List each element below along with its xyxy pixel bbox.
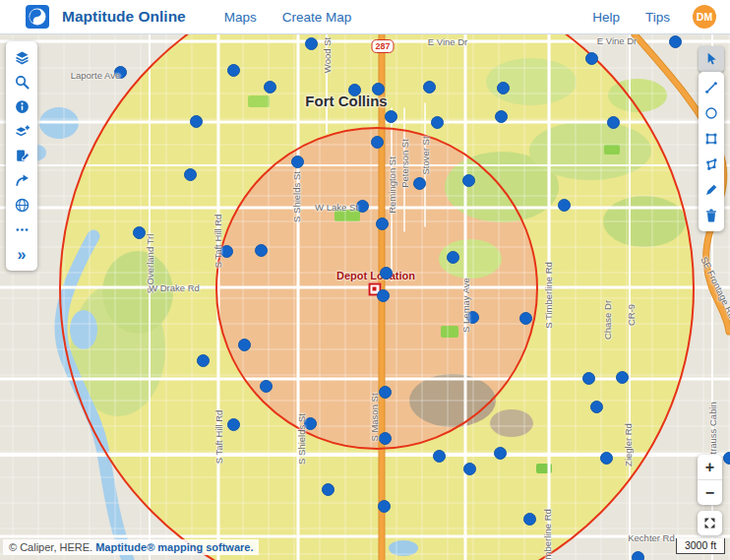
map-point[interactable] (380, 267, 393, 280)
right-toolbar (699, 72, 724, 231)
map-point[interactable] (433, 450, 446, 463)
map-point[interactable] (348, 84, 361, 96)
street-label: Ziegler Rd (623, 423, 634, 467)
map-point[interactable] (585, 52, 598, 65)
pointer-tool-button[interactable] (699, 46, 724, 72)
map-point[interactable] (385, 110, 397, 123)
pointer-icon (703, 51, 719, 67)
map-point[interactable] (377, 289, 390, 302)
map-point[interactable] (184, 168, 197, 181)
map-point[interactable] (463, 463, 476, 475)
map-point[interactable] (558, 199, 571, 212)
attribution-link[interactable]: Maptitude® mapping software. (95, 541, 253, 553)
maptitude-logo-icon (26, 5, 49, 29)
street-label: S Taft Hill Rd (213, 215, 223, 269)
map-point[interactable] (190, 115, 203, 128)
circle-tool-button[interactable] (699, 100, 724, 126)
map-point[interactable] (371, 136, 384, 149)
map-point[interactable] (582, 372, 595, 385)
web-button[interactable] (6, 193, 37, 218)
map-point[interactable] (260, 380, 273, 393)
map-point[interactable] (519, 312, 532, 325)
map-point[interactable] (669, 35, 682, 48)
map-point[interactable] (376, 218, 389, 230)
map-point[interactable] (632, 551, 644, 560)
map-point[interactable] (379, 386, 392, 399)
more-tools-button[interactable] (6, 218, 37, 242)
help-link[interactable]: Help (592, 10, 620, 25)
highway-shield-287: 287 (371, 39, 394, 53)
map-point[interactable] (590, 401, 603, 413)
zoom-out-button[interactable]: − (698, 480, 722, 505)
map-point[interactable] (607, 116, 620, 129)
draw-button[interactable] (699, 177, 724, 203)
map-point[interactable] (379, 432, 392, 445)
tips-link[interactable]: Tips (645, 10, 670, 25)
map-point[interactable] (495, 110, 508, 123)
double-chevron-icon: » (18, 247, 27, 263)
street-label: S Timberline Rd (543, 262, 554, 329)
polygon-select-button[interactable] (699, 152, 724, 177)
maptitude-logo[interactable] (26, 5, 49, 29)
street-label: S Lemay Ave (460, 278, 471, 333)
layers-icon (14, 49, 30, 66)
delete-button[interactable] (699, 203, 724, 228)
map-point[interactable] (413, 177, 426, 190)
attribution-text: © Caliper, HERE. (9, 541, 92, 553)
street-label: Remington St (387, 156, 397, 214)
map-point[interactable] (600, 452, 613, 465)
nav-create-map[interactable]: Create Map (282, 10, 352, 25)
share-button[interactable] (6, 168, 37, 193)
street-label: Peterson St (399, 139, 410, 188)
map-point[interactable] (238, 339, 251, 351)
map-point[interactable] (227, 64, 240, 77)
map-point[interactable] (322, 483, 335, 496)
street-label: S Shields St (291, 171, 302, 222)
fullscreen-button[interactable] (698, 511, 722, 535)
expand-toolbar-button[interactable]: » (6, 242, 37, 267)
street-label: S Timberline Rd (542, 509, 553, 560)
layers-button[interactable] (6, 45, 37, 70)
add-layer-button[interactable] (6, 119, 37, 144)
street-label: Stover St (420, 136, 431, 174)
map-point[interactable] (423, 81, 436, 93)
add-layer-icon (14, 123, 30, 140)
info-icon (14, 98, 30, 115)
street-label: SE Frontage Rd (699, 255, 730, 320)
map-point[interactable] (497, 82, 510, 94)
zoom-in-button[interactable]: + (698, 455, 722, 480)
map-point[interactable] (723, 452, 730, 465)
map-canvas[interactable]: 287 Fort Collins Depot Location Laporte … (0, 34, 730, 560)
map-point[interactable] (305, 37, 318, 50)
map-point[interactable] (291, 156, 304, 168)
map-point[interactable] (264, 81, 276, 93)
map-point[interactable] (523, 513, 536, 526)
map-point[interactable] (462, 174, 475, 187)
map-point[interactable] (378, 500, 391, 513)
map-point[interactable] (431, 116, 444, 129)
map-point[interactable] (447, 251, 459, 264)
map-attribution: © Caliper, HERE. Maptitude® mapping soft… (3, 539, 259, 555)
street-label: E Vine Dr (597, 35, 637, 46)
header: Maptitude Online Maps Create Map Help Ti… (0, 0, 730, 34)
draw-marker-icon (703, 182, 719, 198)
globe-icon (14, 197, 30, 214)
rectangle-select-button[interactable] (699, 126, 724, 152)
street-label: S Taft Hill Rd (213, 410, 224, 465)
app-title: Maptitude Online (62, 8, 186, 26)
map-point[interactable] (494, 447, 507, 460)
search-button[interactable] (6, 70, 37, 94)
edit-document-button[interactable] (6, 144, 37, 168)
map-point[interactable] (227, 418, 240, 431)
street-label: Wood St (322, 37, 333, 73)
info-button[interactable] (6, 94, 37, 119)
user-avatar[interactable]: DM (693, 5, 716, 29)
measure-line-button[interactable] (699, 75, 724, 100)
map-point[interactable] (255, 244, 268, 257)
nav-maps[interactable]: Maps (224, 10, 257, 25)
map-point[interactable] (616, 371, 629, 384)
street-label: Kechter Rd (628, 532, 675, 543)
map-point[interactable] (372, 83, 385, 95)
street-label: W Drake Rd (149, 282, 200, 293)
map-point[interactable] (197, 354, 210, 367)
